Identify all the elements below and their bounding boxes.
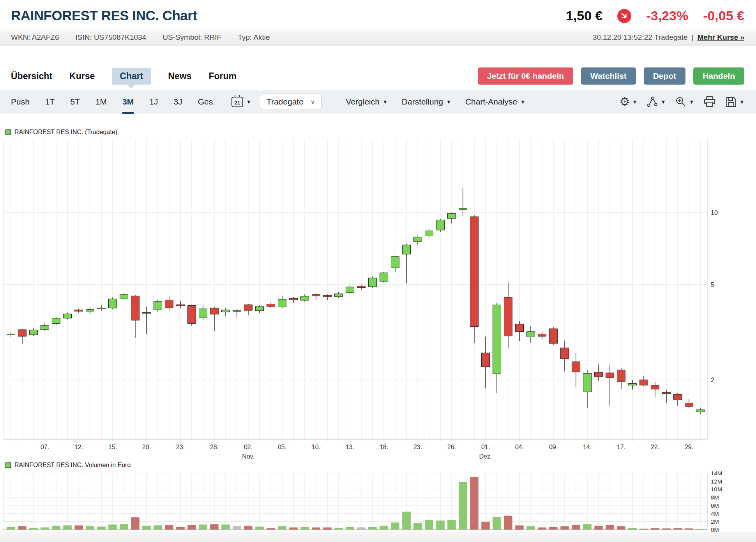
caret-down-icon: ▼ xyxy=(661,99,666,105)
chart-analyse-menu[interactable]: Chart-Analyse ▼ xyxy=(465,97,525,106)
range-1j[interactable]: 1J xyxy=(149,90,158,114)
trend-down-icon xyxy=(617,9,631,23)
svg-text:2: 2 xyxy=(711,377,714,383)
vergleich-label: Vergleich xyxy=(346,97,380,106)
svg-text:4M: 4M xyxy=(711,510,719,517)
chart-area: RAINFOREST RES INC. (Tradegate) RAINFORE… xyxy=(0,126,756,542)
venue-select[interactable]: Tradegate ∨ xyxy=(260,94,322,110)
instrument-ids: WKN: A2AFZ6 ISIN: US75087K1034 US-Symbol… xyxy=(11,33,270,42)
chart-toolbar: Push 1T 5T 1M 3M 1J 3J Ges. 21 ▼ Tradega… xyxy=(0,90,756,114)
type-value: Typ: Aktie xyxy=(238,33,270,42)
svg-text:23.: 23. xyxy=(413,444,422,450)
range-3j[interactable]: 3J xyxy=(173,90,182,114)
indicator-nodes-icon xyxy=(646,96,658,108)
zoom-in-icon xyxy=(675,96,687,108)
svg-text:05.: 05. xyxy=(278,444,286,450)
svg-text:18.: 18. xyxy=(380,444,388,450)
candlestick-chart: 105214M12M10M8M6M4M2M0M07.12.15.20.23.28… xyxy=(0,126,756,542)
chart-analyse-label: Chart-Analyse xyxy=(465,97,517,106)
range-3m[interactable]: 3M xyxy=(122,90,134,114)
tab-chart[interactable]: Chart xyxy=(112,68,151,85)
zoom-button[interactable]: ▼ xyxy=(675,96,694,108)
handeln-button[interactable]: Handeln xyxy=(693,67,744,85)
svg-text:14.: 14. xyxy=(583,444,592,450)
price-legend: RAINFOREST RES INC. (Tradegate) xyxy=(5,129,117,136)
caret-down-icon: ▼ xyxy=(739,99,744,105)
svg-text:Dez.: Dez. xyxy=(479,453,492,460)
instrument-infobar: WKN: A2AFZ6 ISIN: US75087K1034 US-Symbol… xyxy=(0,29,756,46)
quote-group: 1,50 € -3,23% -0,05 € xyxy=(566,8,744,23)
svg-text:2M: 2M xyxy=(711,518,719,525)
svg-text:Nov.: Nov. xyxy=(242,453,254,460)
quote-timestamp: 30.12.20 13:52:22 Tradegate xyxy=(593,33,688,42)
svg-text:23.: 23. xyxy=(176,444,185,450)
range-1m[interactable]: 1M xyxy=(95,90,107,114)
more-quotes-link[interactable]: Mehr Kurse » xyxy=(698,33,744,42)
caret-down-icon: ▼ xyxy=(520,99,525,105)
darstellung-label: Darstellung xyxy=(402,97,443,106)
divider: | xyxy=(692,33,694,42)
tab-kurse[interactable]: Kurse xyxy=(69,71,95,81)
indicators-button[interactable]: ▼ xyxy=(646,96,666,108)
svg-text:10M: 10M xyxy=(711,486,722,492)
range-1t[interactable]: 1T xyxy=(45,90,55,114)
svg-text:15.: 15. xyxy=(108,444,117,450)
change-percent: -3,23% xyxy=(646,8,688,23)
save-icon xyxy=(725,96,737,108)
price-legend-label: RAINFOREST RES INC. (Tradegate) xyxy=(14,129,117,136)
depot-button[interactable]: Depot xyxy=(644,67,686,85)
print-button[interactable] xyxy=(703,96,716,108)
isin-value: ISIN: US75087K1034 xyxy=(76,33,147,42)
svg-text:26.: 26. xyxy=(447,444,456,450)
watchlist-button[interactable]: Watchlist xyxy=(581,67,636,85)
wkn-value: WKN: A2AFZ6 xyxy=(11,33,59,42)
svg-text:14M: 14M xyxy=(711,470,722,476)
darstellung-menu[interactable]: Darstellung ▼ xyxy=(402,97,451,106)
svg-text:28.: 28. xyxy=(210,444,219,450)
svg-text:29.: 29. xyxy=(685,444,693,450)
range-push[interactable]: Push xyxy=(11,90,30,114)
range-ges[interactable]: Ges. xyxy=(198,90,215,114)
quote-chart-page: RAINFOREST RES INC. Chart 1,50 € -3,23% … xyxy=(0,0,756,542)
quote-meta: 30.12.20 13:52:22 Tradegate | Mehr Kurse… xyxy=(593,33,744,42)
svg-text:13.: 13. xyxy=(346,444,354,450)
tab-news[interactable]: News xyxy=(168,71,191,81)
date-picker-button[interactable]: 21 ▼ xyxy=(231,97,251,107)
last-price: 1,50 € xyxy=(566,8,603,23)
action-buttons: Jetzt für 0€ handeln Watchlist Depot Han… xyxy=(478,67,744,85)
svg-text:6M: 6M xyxy=(711,502,719,509)
chevron-down-icon: ∨ xyxy=(311,98,315,106)
svg-text:02.: 02. xyxy=(244,444,253,450)
bottom-strip xyxy=(0,532,756,542)
svg-text:20.: 20. xyxy=(142,444,151,450)
printer-icon xyxy=(703,96,716,108)
svg-text:07.: 07. xyxy=(41,444,49,450)
svg-text:09.: 09. xyxy=(549,444,558,450)
svg-text:17.: 17. xyxy=(617,444,625,450)
tabs-row: Übersicht Kurse Chart News Forum Jetzt f… xyxy=(0,66,756,86)
svg-text:22.: 22. xyxy=(651,444,659,450)
svg-text:12M: 12M xyxy=(711,478,722,485)
caret-down-icon: ▼ xyxy=(383,99,388,105)
caret-down-icon: ▼ xyxy=(446,99,451,105)
gear-icon: ⚙ xyxy=(620,96,630,108)
volume-legend-label: RAINFOREST RES INC. Volumen in Euro xyxy=(14,462,131,469)
range-switcher: Push 1T 5T 1M 3M 1J 3J Ges. xyxy=(11,90,215,114)
tabs: Übersicht Kurse Chart News Forum xyxy=(11,68,237,85)
svg-text:8M: 8M xyxy=(711,494,719,501)
trade-now-button[interactable]: Jetzt für 0€ handeln xyxy=(478,67,573,85)
caret-down-icon: ▼ xyxy=(632,99,638,105)
vergleich-menu[interactable]: Vergleich ▼ xyxy=(346,97,388,106)
tab-forum[interactable]: Forum xyxy=(208,71,237,81)
settings-button[interactable]: ⚙ ▼ xyxy=(620,96,638,108)
calendar-icon: 21 xyxy=(231,97,243,107)
svg-text:10.: 10. xyxy=(312,444,320,450)
tab-uebersicht[interactable]: Übersicht xyxy=(11,71,52,81)
page-title: RAINFOREST RES INC. Chart xyxy=(11,8,197,23)
range-5t[interactable]: 5T xyxy=(70,90,80,114)
svg-text:01.: 01. xyxy=(481,444,490,450)
venue-value: Tradegate xyxy=(267,97,304,106)
save-button[interactable]: ▼ xyxy=(725,96,744,108)
caret-down-icon: ▼ xyxy=(246,99,251,105)
caret-down-icon: ▼ xyxy=(689,99,694,105)
